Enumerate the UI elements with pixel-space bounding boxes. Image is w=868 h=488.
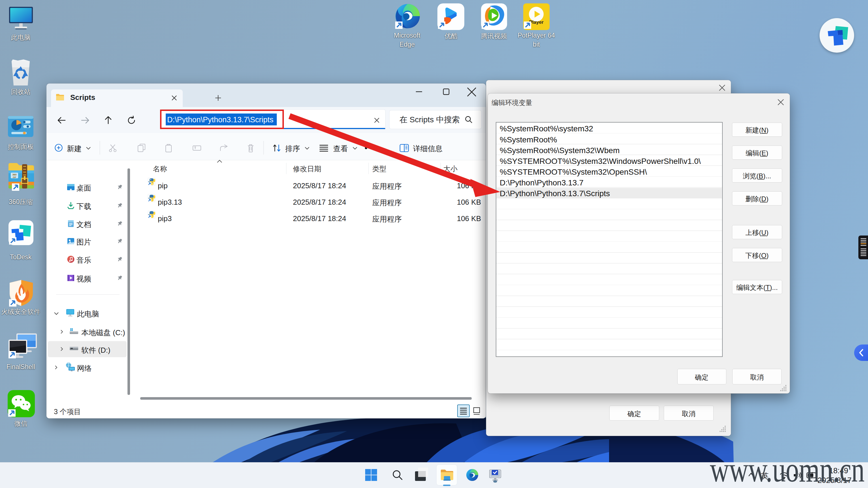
svg-text:360: 360 — [12, 173, 17, 176]
svg-text:ZIP: ZIP — [13, 176, 17, 178]
svg-text:Player: Player — [529, 20, 544, 25]
